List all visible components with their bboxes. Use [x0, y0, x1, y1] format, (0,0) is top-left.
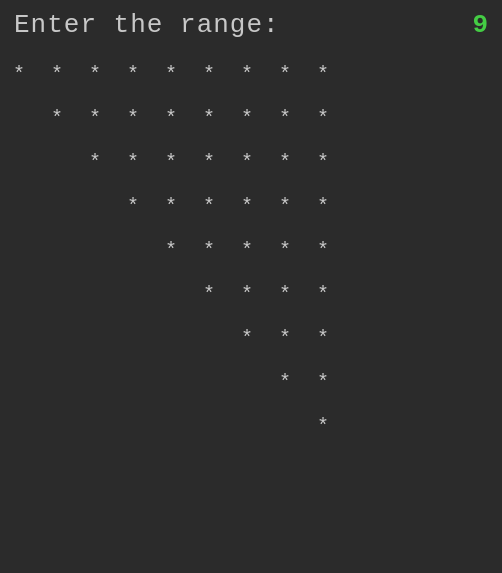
- star: *: [152, 195, 190, 218]
- star: *: [304, 371, 342, 394]
- triangle-display: ****************************************…: [0, 46, 502, 448]
- star: *: [114, 63, 152, 86]
- star: *: [266, 195, 304, 218]
- star-row: *******: [0, 140, 342, 184]
- star: *: [114, 151, 152, 174]
- star: *: [76, 63, 114, 86]
- star: *: [152, 107, 190, 130]
- star: *: [114, 195, 152, 218]
- star: *: [76, 151, 114, 174]
- star: *: [266, 327, 304, 350]
- star: *: [228, 107, 266, 130]
- star-row: *********: [0, 52, 342, 96]
- header: Enter the range: 9: [0, 0, 502, 46]
- star: *: [266, 151, 304, 174]
- star: *: [228, 151, 266, 174]
- star: *: [0, 63, 38, 86]
- star-row: ********: [0, 96, 342, 140]
- star: *: [152, 151, 190, 174]
- star: *: [38, 63, 76, 86]
- star-row: ****: [0, 272, 342, 316]
- star: *: [190, 63, 228, 86]
- star: *: [304, 107, 342, 130]
- star: *: [266, 63, 304, 86]
- range-value: 9: [472, 10, 488, 40]
- star: *: [152, 239, 190, 262]
- star-row: ***: [0, 316, 342, 360]
- star: *: [304, 63, 342, 86]
- star: *: [228, 239, 266, 262]
- star: *: [190, 107, 228, 130]
- star: *: [228, 327, 266, 350]
- star: *: [266, 283, 304, 306]
- star: *: [304, 283, 342, 306]
- star: *: [190, 195, 228, 218]
- star-row: *: [0, 404, 342, 448]
- star: *: [304, 415, 342, 438]
- star: *: [114, 107, 152, 130]
- star: *: [266, 107, 304, 130]
- star-row: *****: [0, 228, 342, 272]
- star: *: [228, 63, 266, 86]
- star: *: [152, 63, 190, 86]
- star-row: ******: [0, 184, 342, 228]
- star: *: [38, 107, 76, 130]
- prompt-label: Enter the range:: [14, 10, 280, 40]
- star: *: [190, 283, 228, 306]
- star: *: [266, 239, 304, 262]
- star: *: [304, 327, 342, 350]
- star: *: [304, 151, 342, 174]
- star: *: [228, 195, 266, 218]
- star-row: **: [0, 360, 342, 404]
- star: *: [228, 283, 266, 306]
- star: *: [266, 371, 304, 394]
- star: *: [304, 239, 342, 262]
- star: *: [304, 195, 342, 218]
- star: *: [190, 239, 228, 262]
- star: *: [190, 151, 228, 174]
- star: *: [76, 107, 114, 130]
